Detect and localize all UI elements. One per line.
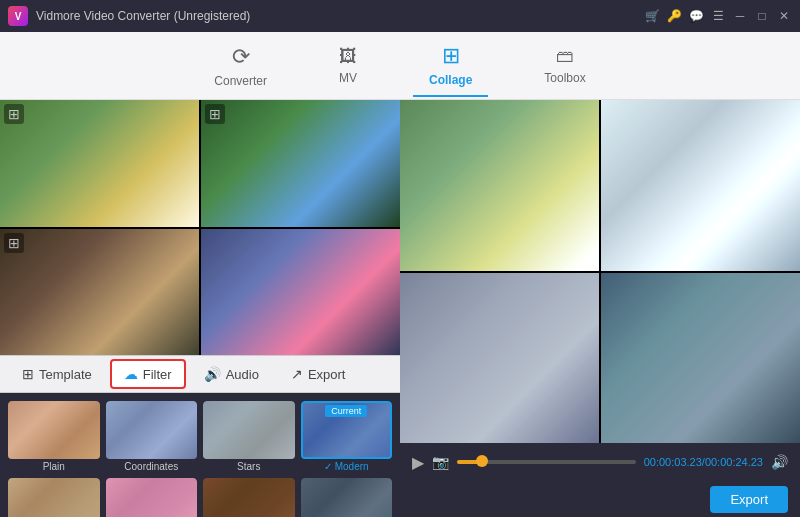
progress-bar[interactable] [457,460,636,464]
cell-2-icon: ⊞ [205,104,225,124]
total-time: 00:00:24.23 [705,456,763,468]
minimize-button[interactable]: ─ [732,8,748,24]
nav-toolbox[interactable]: 🗃 Toolbox [528,38,601,93]
tab-export[interactable]: ↗ Export [277,359,360,389]
right-preview [400,100,800,443]
preview-cell-3: ⊞ [0,229,199,356]
converter-label: Converter [214,74,267,88]
volume-icon[interactable]: 🔊 [771,454,788,470]
preview-cell-2: ⊞ [201,100,400,227]
right-cell-2 [601,100,800,271]
tabs-strip: ⊞ Template ☁ Filter 🔊 Audio ↗ Export [0,355,400,393]
filter-extra[interactable] [301,478,393,517]
filter-stars-label: Stars [203,461,295,472]
maximize-button[interactable]: □ [754,8,770,24]
app-title: Vidmore Video Converter (Unregistered) [36,9,644,23]
toolbox-icon: 🗃 [556,46,574,67]
title-bar: V Vidmore Video Converter (Unregistered)… [0,0,800,32]
main-content: ⊞ ⊞ ⊞ ⊞ Template ☁ Filter 🔊 Audio [0,100,800,517]
right-cell-4 [601,273,800,444]
filter-label: Filter [143,367,172,382]
left-panel: ⊞ ⊞ ⊞ ⊞ Template ☁ Filter 🔊 Audio [0,100,400,517]
filter-coordinates-label: Coordinates [106,461,198,472]
close-button[interactable]: ✕ [776,8,792,24]
toolbox-label: Toolbox [544,71,585,85]
export-tab-label: Export [308,367,346,382]
left-preview: ⊞ ⊞ ⊞ [0,100,400,355]
preview-cell-1: ⊞ [0,100,199,227]
nav-collage[interactable]: ⊞ Collage [413,35,488,97]
filter-coordinates[interactable]: Coordinates [106,401,198,472]
filter-plain-label: Plain [8,461,100,472]
collage-icon: ⊞ [442,43,460,69]
right-panel: ▶ 📷 00:00:03.23/00:00:24.23 🔊 Export [400,100,800,517]
right-cell-3 [400,273,599,444]
menu-icon[interactable]: ☰ [710,8,726,24]
nav-bar: ⟳ Converter 🖼 MV ⊞ Collage 🗃 Toolbox [0,32,800,100]
preview-cell-4 [201,229,400,356]
template-label: Template [39,367,92,382]
right-cell-1 [400,100,599,271]
filter-modern-label: ✓ Modern [301,461,393,472]
filter-stars[interactable]: Stars [203,401,295,472]
template-icon: ⊞ [22,366,34,382]
play-button[interactable]: ▶ [412,453,424,472]
shopping-icon[interactable]: 🛒 [644,8,660,24]
snapshot-button[interactable]: 📷 [432,454,449,470]
audio-icon: 🔊 [204,366,221,382]
filter-pink1[interactable]: Pink 1 [106,478,198,517]
current-badge: Current [325,405,367,417]
filter-dusk2[interactable]: Dusk 2 [203,478,295,517]
key-icon[interactable]: 🔑 [666,8,682,24]
app-icon: V [8,6,28,26]
converter-icon: ⟳ [232,44,250,70]
collage-label: Collage [429,73,472,87]
playback-controls: ▶ 📷 00:00:03.23/00:00:24.23 🔊 [400,443,800,481]
filter-modern[interactable]: Current ✓ Modern [301,401,393,472]
tab-audio[interactable]: 🔊 Audio [190,359,273,389]
mv-label: MV [339,71,357,85]
filter-pixelate[interactable]: Pixelate [8,478,100,517]
export-tab-icon: ↗ [291,366,303,382]
time-display: 00:00:03.23/00:00:24.23 [644,456,763,468]
current-time: 00:00:03.23 [644,456,702,468]
filter-plain[interactable]: Plain [8,401,100,472]
export-bar: Export [400,481,800,517]
check-icon: ✓ [324,461,332,472]
chat-icon[interactable]: 💬 [688,8,704,24]
progress-knob [476,455,488,467]
tab-template[interactable]: ⊞ Template [8,359,106,389]
filter-area: Plain Coordinates Stars [0,393,400,517]
tab-filter[interactable]: ☁ Filter [110,359,186,389]
export-button[interactable]: Export [710,486,788,513]
mv-icon: 🖼 [339,46,357,67]
audio-label: Audio [226,367,259,382]
cell-3-icon: ⊞ [4,233,24,253]
nav-converter[interactable]: ⟳ Converter [198,36,283,96]
nav-mv[interactable]: 🖼 MV [323,38,373,93]
cell-1-icon: ⊞ [4,104,24,124]
filter-cloud-icon: ☁ [124,366,138,382]
window-controls: 🛒 🔑 💬 ☰ ─ □ ✕ [644,8,792,24]
